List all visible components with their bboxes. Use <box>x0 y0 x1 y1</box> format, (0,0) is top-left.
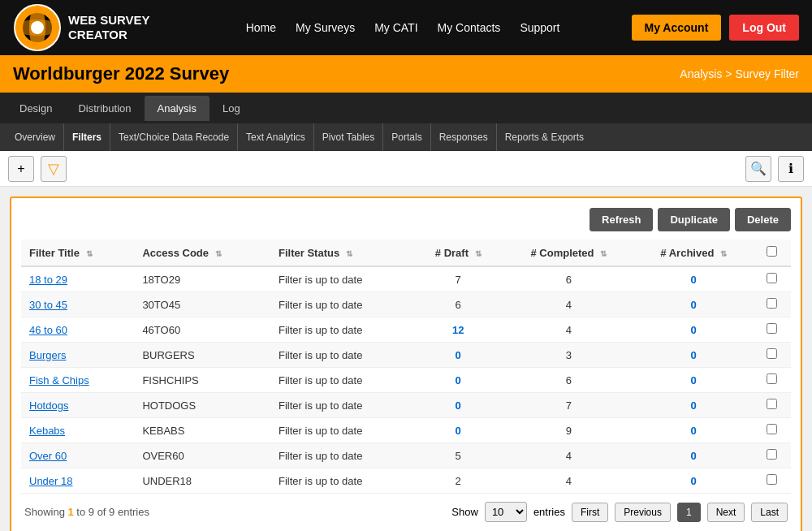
tab-distribution[interactable]: Distribution <box>65 96 144 121</box>
filter-link[interactable]: Kebabs <box>29 425 65 437</box>
cell-draft: 12 <box>413 317 503 343</box>
nav-my-contacts[interactable]: My Contacts <box>438 21 501 34</box>
entries-label: entries <box>533 506 565 518</box>
filter-link[interactable]: 18 to 29 <box>29 274 67 286</box>
nav-support[interactable]: Support <box>520 21 559 34</box>
action-buttons: Refresh Duplicate Delete <box>21 208 791 231</box>
delete-button[interactable]: Delete <box>735 208 791 231</box>
svg-point-4 <box>31 21 44 34</box>
filter-link[interactable]: Hotdogs <box>29 399 68 412</box>
col-access-code: Access Code ⇅ <box>134 240 270 266</box>
tab-bar: Design Distribution Analysis Log <box>0 93 812 123</box>
survey-title: Worldburger 2022 Survey <box>13 63 229 84</box>
table-row: Burgers BURGERS Filter is up to date 0 3… <box>21 343 791 368</box>
cell-archived: 0 <box>635 292 753 317</box>
row-checkbox[interactable] <box>767 273 777 283</box>
row-checkbox[interactable] <box>767 399 777 409</box>
cell-code: HOTDOGS <box>134 393 270 418</box>
subnav-responses[interactable]: Responses <box>431 123 497 151</box>
cell-code: OVER60 <box>134 443 270 468</box>
logo-area: WEB SURVEY CREATOR <box>13 3 150 52</box>
row-checkbox[interactable] <box>767 348 777 359</box>
nav-my-surveys[interactable]: My Surveys <box>296 21 355 34</box>
pagination-next[interactable]: Next <box>707 503 745 522</box>
table-container: Refresh Duplicate Delete Filter Title ⇅ … <box>10 196 802 531</box>
cell-title: 18 to 29 <box>21 266 134 292</box>
row-checkbox[interactable] <box>767 323 777 334</box>
col-filter-status: Filter Status ⇅ <box>270 240 413 266</box>
pagination-last[interactable]: Last <box>751 503 788 522</box>
duplicate-button[interactable]: Duplicate <box>658 208 730 231</box>
cell-draft: 0 <box>413 343 503 368</box>
subnav-filters[interactable]: Filters <box>64 123 110 151</box>
row-checkbox[interactable] <box>767 373 777 384</box>
sort-icon-title[interactable]: ⇅ <box>86 249 93 258</box>
row-checkbox[interactable] <box>767 298 777 309</box>
col-checkbox-header <box>753 240 791 266</box>
cell-status: Filter is up to date <box>270 317 413 343</box>
nav-my-cati[interactable]: My CATI <box>374 21 417 34</box>
table-row: 18 to 29 18TO29 Filter is up to date 7 6… <box>21 266 791 292</box>
tab-design[interactable]: Design <box>6 96 65 121</box>
cell-code: BURGERS <box>134 343 270 368</box>
sub-nav: Overview Filters Text/Choice Data Recode… <box>0 123 812 151</box>
showing-from: 1 <box>67 506 73 518</box>
cell-draft: 7 <box>413 266 503 292</box>
tab-log[interactable]: Log <box>209 96 253 121</box>
filter-link[interactable]: 46 to 60 <box>29 324 67 336</box>
cell-status: Filter is up to date <box>270 368 413 393</box>
sort-icon-status[interactable]: ⇅ <box>346 249 352 258</box>
entries-select[interactable]: 10 25 50 100 <box>485 502 527 522</box>
main-content: Refresh Duplicate Delete Filter Title ⇅ … <box>0 187 812 531</box>
cell-code: FISHCHIPS <box>134 368 270 393</box>
table-row: Under 18 UNDER18 Filter is up to date 2 … <box>21 468 791 494</box>
refresh-button[interactable]: Refresh <box>590 208 653 231</box>
nav-home[interactable]: Home <box>246 21 276 34</box>
tab-analysis[interactable]: Analysis <box>145 96 209 121</box>
cell-completed: 4 <box>503 443 634 468</box>
cell-checkbox <box>753 343 791 368</box>
row-checkbox[interactable] <box>767 449 777 460</box>
table-row: Fish & Chips FISHCHIPS Filter is up to d… <box>21 368 791 393</box>
search-button[interactable]: 🔍 <box>745 156 771 182</box>
subnav-portals[interactable]: Portals <box>383 123 430 151</box>
sort-icon-archived[interactable]: ⇅ <box>720 249 727 258</box>
cell-completed: 4 <box>503 292 634 317</box>
subnav-reports[interactable]: Reports & Exports <box>497 123 592 151</box>
cell-title: Under 18 <box>21 468 134 494</box>
table-row: Hotdogs HOTDOGS Filter is up to date 0 7… <box>21 393 791 418</box>
filter-icon-button[interactable]: ▽ <box>41 156 67 182</box>
row-checkbox[interactable] <box>767 424 777 434</box>
filter-link[interactable]: Burgers <box>29 349 67 361</box>
cell-status: Filter is up to date <box>270 443 413 468</box>
pagination-first[interactable]: First <box>572 503 608 522</box>
cell-archived: 0 <box>635 368 753 393</box>
filter-link[interactable]: 30 to 45 <box>29 299 67 311</box>
sort-icon-draft[interactable]: ⇅ <box>475 249 482 258</box>
filter-link[interactable]: Over 60 <box>29 450 67 462</box>
subnav-text-analytics[interactable]: Text Analytics <box>238 123 314 151</box>
pagination-page1[interactable]: 1 <box>677 503 701 522</box>
row-checkbox[interactable] <box>767 474 777 485</box>
sort-icon-code[interactable]: ⇅ <box>215 249 222 258</box>
logo-text: WEB SURVEY CREATOR <box>68 13 150 42</box>
info-button[interactable]: ℹ <box>778 156 804 182</box>
sort-icon-completed[interactable]: ⇅ <box>600 249 607 258</box>
table-row: 30 to 45 30TO45 Filter is up to date 6 4… <box>21 292 791 317</box>
subnav-pivot-tables[interactable]: Pivot Tables <box>314 123 383 151</box>
cell-title: 30 to 45 <box>21 292 134 317</box>
cell-checkbox <box>753 317 791 343</box>
cell-title: Burgers <box>21 343 134 368</box>
showing-text: Showing 1 to 9 of 9 entries <box>24 506 149 518</box>
col-draft: # Draft ⇅ <box>413 240 503 266</box>
my-account-button[interactable]: My Account <box>632 15 722 41</box>
filter-link[interactable]: Under 18 <box>29 475 72 487</box>
pagination-prev[interactable]: Previous <box>615 503 671 522</box>
subnav-overview[interactable]: Overview <box>6 123 64 151</box>
select-all-checkbox[interactable] <box>767 246 777 257</box>
filter-link[interactable]: Fish & Chips <box>29 374 89 386</box>
add-filter-button[interactable]: + <box>8 156 34 182</box>
table-row: Kebabs KEBABS Filter is up to date 0 9 0 <box>21 418 791 443</box>
log-out-button[interactable]: Log Out <box>729 15 799 41</box>
subnav-text-choice[interactable]: Text/Choice Data Recode <box>110 123 238 151</box>
